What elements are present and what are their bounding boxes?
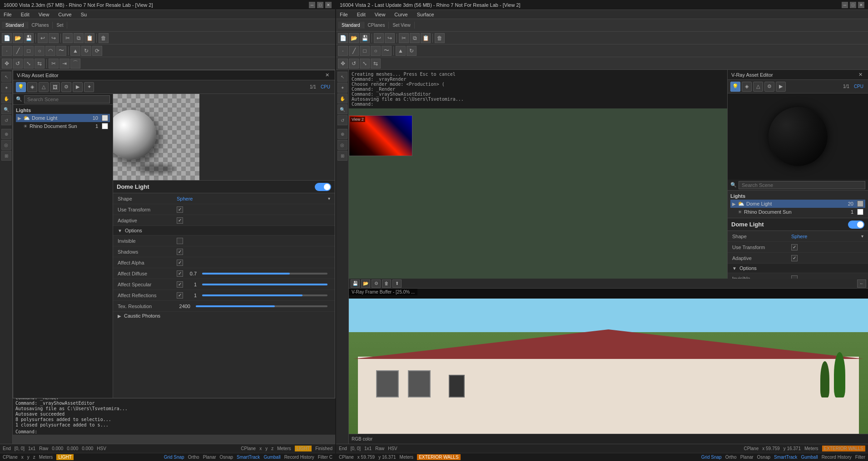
tb-move-btn[interactable]: ✥ [2,59,12,69]
right-close-btn[interactable]: ✕ [858,2,864,8]
right-tb-redo[interactable]: ↪ [385,33,395,43]
tb-circle-btn[interactable]: ○ [35,46,45,56]
right-tb-mirror[interactable]: ⇆ [371,59,381,69]
tb-extend-btn[interactable]: ⇥ [60,59,69,69]
tb-rotate-btn[interactable]: ↺ [13,59,23,69]
right-side-select[interactable]: ↖ [337,72,347,82]
right-menu-file[interactable]: File [338,11,350,18]
tb-cut-btn[interactable]: ✂ [63,33,73,43]
tb-open-btn[interactable]: 📂 [13,33,23,43]
left-menu-su[interactable]: Su [79,11,89,18]
right-sb2-planar[interactable]: Planar [740,455,754,460]
side-zoom-btn[interactable]: 🔍 [1,104,11,114]
right-sb2-ortho[interactable]: Ortho [725,455,737,460]
right-sb2-osnap[interactable]: Osnap [757,455,770,460]
right-menu-curve[interactable]: Curve [392,11,409,18]
right-vray-close[interactable]: ✕ [858,72,863,78]
right-tb-curve[interactable]: 〜 [382,46,392,56]
vray-render-btn[interactable]: ▶ [73,82,83,92]
left-close-btn[interactable]: ✕ [325,2,332,8]
left-dome-toggle[interactable] [315,183,331,191]
right-options-collapse[interactable]: ▼ Options [728,264,868,273]
right-menu-surface[interactable]: Surface [415,11,436,18]
side-pan-btn[interactable]: ✋ [1,93,11,103]
right-fb-upload[interactable]: ⬆ [392,280,402,288]
right-tb-scale[interactable]: ⤡ [360,59,370,69]
tb-copy-btn[interactable]: ⧉ [74,33,84,43]
left-dome-color[interactable] [102,115,108,121]
tb-curve-btn[interactable]: 〜 [56,46,66,56]
right-shape-dropdown[interactable]: ▾ [861,234,863,239]
left-maximize-btn[interactable]: □ [317,2,323,8]
left-sb2-gumball[interactable]: Gumball [263,455,280,460]
left-sb2-osnap[interactable]: Osnap [220,455,233,460]
left-options-collapse[interactable]: ▼ Options [113,226,335,235]
right-invisible-check[interactable] [791,275,798,279]
right-search-input[interactable] [739,181,865,189]
tb-undo-btn[interactable]: ↩ [38,33,48,43]
left-sb2-planar[interactable]: Planar [203,455,216,460]
right-sb2-record[interactable]: Record History [822,455,852,460]
right-tab-cplanes[interactable]: CPlanes [364,22,389,29]
left-tab-standard[interactable]: Standard [2,22,28,29]
right-dome-toggle[interactable] [848,221,864,229]
right-side-point[interactable]: ✦ [337,83,347,93]
left-tex-resolution-slider[interactable] [196,305,327,307]
left-search-input[interactable] [24,95,110,103]
left-menu-view[interactable]: View [37,11,51,18]
side-point-btn[interactable]: ✦ [1,83,11,93]
right-sb2-smarttrack[interactable]: SmartTrack [774,455,797,460]
right-dome-color[interactable] [857,201,863,207]
left-affect-reflections-slider[interactable] [202,294,327,296]
right-maximize-btn[interactable]: □ [850,2,856,8]
right-tb-new[interactable]: 📄 [338,33,348,43]
vray-materials-btn[interactable]: ◈ [27,82,37,92]
right-tb-extrude[interactable]: ▲ [396,46,406,56]
side-osnap-btn[interactable]: ◎ [1,140,11,150]
left-tab-set[interactable]: Set [53,22,67,29]
right-sb2-filter[interactable]: Filter [855,455,865,460]
right-tb-copy[interactable]: ⧉ [410,33,420,43]
left-sb2-gridsnap[interactable]: Grid Snap [164,455,184,460]
right-sb2-gumball[interactable]: Gumball [801,455,818,460]
right-side-zoom[interactable]: 🔍 [337,104,347,114]
tb-redo-btn[interactable]: ↪ [49,33,59,43]
left-sb2-record[interactable]: Record History [284,455,314,460]
left-sun-item[interactable]: ☀ Rhino Document Sun 1 [16,122,110,130]
vray-settings-btn[interactable]: ⚙ [61,82,71,92]
right-adaptive-check[interactable] [791,255,798,261]
right-fb-settings[interactable]: ⚙ [372,280,381,288]
tb-trim-btn[interactable]: ✂ [49,59,59,69]
left-cmd-input[interactable] [39,429,332,434]
right-sb2-gridsnap[interactable]: Grid Snap [701,455,722,460]
tb-extrude-btn[interactable]: ▲ [70,46,80,56]
right-tab-setview[interactable]: Set View [389,22,414,29]
left-tab-cplanes[interactable]: CPlanes [28,22,53,29]
left-menu-file[interactable]: File [2,11,14,18]
left-adaptive-check[interactable] [177,217,183,224]
side-rotate-view-btn[interactable]: ↺ [1,115,11,125]
right-fb-open[interactable]: 📂 [361,280,370,288]
tb-arc-btn[interactable]: ◠ [45,46,55,56]
left-shape-value[interactable]: Sphere [177,196,326,201]
left-sb2-ortho[interactable]: Ortho [188,455,199,460]
left-sb2-smarttrack[interactable]: SmartTrack [237,455,260,460]
tb-scale-btn[interactable]: ⤡ [24,59,34,69]
right-side-osnap[interactable]: ◎ [337,140,347,150]
left-affect-specular-check[interactable] [177,281,183,288]
left-menu-curve[interactable]: Curve [56,11,73,18]
vray-close-btn[interactable]: ✕ [325,72,329,78]
left-shadows-check[interactable] [177,249,183,255]
right-tb-undo[interactable]: ↩ [374,33,384,43]
tb-mirror-btn[interactable]: ⇆ [35,59,45,69]
right-fb-back[interactable]: ← [857,280,866,288]
right-side-snap[interactable]: ⊕ [337,129,347,139]
right-tb-rect[interactable]: □ [360,46,370,56]
right-vray-geometry-btn[interactable]: △ [753,82,763,92]
right-minimize-btn[interactable]: ─ [842,2,848,8]
right-tb-line[interactable]: ╱ [349,46,359,56]
right-use-transform-check[interactable] [791,244,798,250]
left-affect-reflections-check[interactable] [177,292,183,299]
left-use-transform-check[interactable] [177,206,183,213]
right-shape-value[interactable]: Sphere [791,234,859,239]
